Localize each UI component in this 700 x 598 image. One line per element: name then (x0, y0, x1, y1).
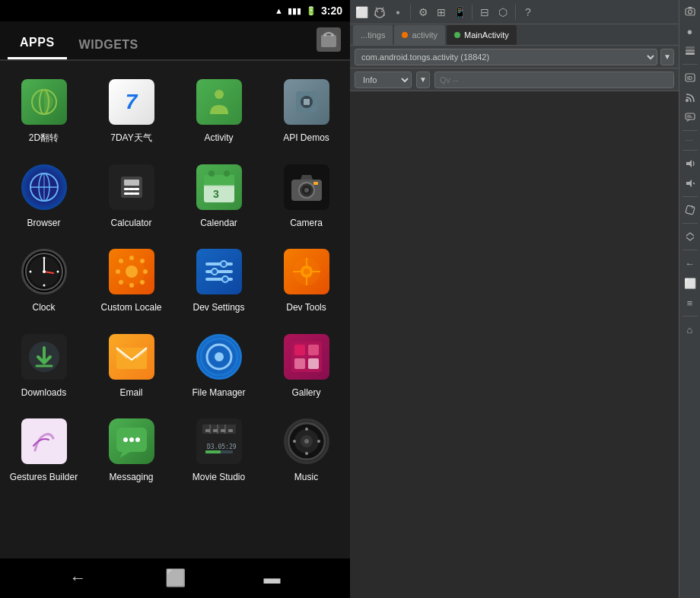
sidebar-rotate-icon[interactable] (682, 202, 698, 218)
sidebar-volume-down-icon[interactable] (682, 175, 698, 192)
app-clock-icon (20, 247, 68, 296)
sidebar-rss-icon[interactable] (682, 89, 698, 106)
app-camera-icon (282, 163, 331, 212)
sidebar-chat-icon[interactable] (682, 109, 698, 126)
app-gestures-builder[interactable]: Gestures Builder (0, 408, 88, 493)
toolbar-separator-1 (410, 5, 411, 20)
app-dev-settings[interactable]: Dev Settings (175, 238, 262, 323)
app-calendar[interactable]: 3 Calendar (175, 154, 262, 239)
app-calculator[interactable]: Calculator (88, 154, 175, 239)
app-2d-label: 2D翻转 (29, 132, 59, 145)
svg-point-2 (323, 33, 326, 37)
log-search-input[interactable] (434, 72, 674, 88)
widgets-tab[interactable]: WIDGETS (67, 30, 151, 59)
sidebar-list-icon[interactable]: ≡ (682, 294, 698, 311)
activity-tab-dot (402, 32, 408, 38)
log-level-dropdown-btn[interactable]: ▼ (416, 72, 430, 88)
svg-point-73 (215, 352, 224, 361)
app-email-label: Email (119, 387, 142, 399)
sidebar-square-icon[interactable]: ⬜ (682, 275, 698, 291)
toolbar-icon-phone[interactable]: 📱 (451, 4, 468, 21)
app-row-3: Downloads Email (0, 323, 350, 409)
device-dropdown-btn[interactable]: ▼ (660, 49, 674, 65)
sidebar-camera-icon[interactable] (682, 3, 698, 20)
sidebar-layers-icon[interactable] (682, 43, 698, 59)
recents-button[interactable]: ▬ (264, 568, 281, 588)
app-custom-locale[interactable]: Custom Locale (88, 238, 175, 323)
toolbar-icon-android2[interactable]: ⬡ (495, 4, 511, 21)
app-2d[interactable]: 2D翻转 (0, 68, 88, 154)
toolbar-icon-gear[interactable]: ⚙ (415, 4, 431, 21)
sidebar-expand-icon[interactable] (682, 228, 698, 245)
app-email[interactable]: Email (88, 323, 175, 409)
sidebar-volume-up-icon[interactable] (682, 155, 698, 172)
toolbar-icon-grid[interactable]: ⊞ (433, 4, 450, 21)
sidebar-back-icon[interactable]: ← (682, 255, 698, 272)
app-7day-icon: 7 (107, 78, 156, 126)
app-dev-tools[interactable]: Dev Tools (262, 238, 350, 323)
svg-point-59 (222, 276, 228, 282)
svg-point-57 (221, 261, 227, 267)
svg-point-100 (304, 439, 309, 444)
app-clock[interactable]: Clock (0, 238, 88, 323)
app-7day[interactable]: 7 7DAY天气 (88, 68, 175, 154)
market-icon[interactable] (315, 26, 342, 53)
app-downloads[interactable]: Downloads (0, 323, 88, 409)
log-content-area (350, 91, 679, 598)
sidebar-sep-3 (682, 150, 698, 151)
app-messaging[interactable]: Messaging (88, 408, 175, 493)
ide-tab-settings[interactable]: ...tings (353, 25, 393, 45)
app-gallery[interactable]: Gallery (262, 323, 350, 409)
app-tab-bar: APPS WIDGETS (0, 21, 350, 61)
svg-point-101 (305, 428, 308, 431)
back-button[interactable]: ← (70, 568, 87, 588)
toolbar-icon-1[interactable]: ⬜ (353, 4, 370, 21)
device-selector[interactable]: com.android.tongs.activity (18842) (355, 49, 657, 65)
svg-point-48 (143, 269, 148, 274)
home-button[interactable]: ⬜ (165, 568, 186, 588)
sidebar-home-icon[interactable]: ⌂ (682, 321, 698, 338)
svg-rect-53 (205, 262, 233, 266)
svg-marker-81 (119, 452, 130, 458)
apps-tab[interactable]: APPS (8, 28, 67, 59)
app-file-manager[interactable]: File Manager (175, 323, 262, 409)
svg-marker-124 (686, 160, 692, 167)
app-music[interactable]: Music (262, 408, 350, 493)
sidebar-id-icon[interactable]: ID (682, 69, 698, 86)
svg-rect-19 (124, 192, 129, 195)
app-activity[interactable]: Activity (175, 68, 262, 154)
svg-point-51 (140, 259, 145, 263)
svg-point-58 (212, 269, 218, 275)
ide-panel: ⬜ ▪ ⚙ ⊞ 📱 ⊟ ⬡ ? ...tings activity (350, 0, 700, 598)
toolbar-separator-3 (515, 5, 516, 20)
svg-rect-16 (124, 188, 129, 190)
toolbar-icon-grid2[interactable]: ⊟ (476, 4, 493, 21)
app-movie-studio[interactable]: D3.05:29 Movie Studio (175, 408, 262, 493)
ide-tab-activity[interactable]: activity (394, 25, 445, 45)
svg-rect-90 (205, 429, 210, 432)
app-row-4: Gestures Builder Messaging (0, 408, 350, 493)
svg-point-26 (224, 170, 230, 177)
log-level-select[interactable]: Info Verbose Debug Warn Error (355, 72, 412, 88)
app-row-2: Clock (0, 238, 350, 323)
sidebar-circle-icon[interactable]: ● (682, 23, 698, 40)
app-camera[interactable]: Camera (262, 154, 350, 239)
wifi-icon: ▲ (275, 6, 283, 15)
toolbar-icon-question[interactable]: ? (520, 4, 536, 21)
svg-text:D3.05:29: D3.05:29 (207, 444, 237, 450)
svg-point-49 (119, 259, 123, 263)
app-gallery-icon (282, 332, 331, 381)
svg-point-38 (43, 270, 46, 273)
app-api-demos[interactable]: API Demos (262, 68, 350, 154)
sidebar-sep-6 (682, 250, 698, 250)
svg-rect-9 (304, 99, 310, 105)
svg-point-40 (43, 285, 45, 287)
toolbar-icon-android[interactable] (371, 4, 388, 21)
app-browser-label: Browser (27, 218, 60, 230)
app-browser[interactable]: Browser (0, 154, 88, 239)
app-messaging-label: Messaging (109, 472, 153, 484)
app-activity-label: Activity (204, 132, 233, 145)
toolbar-icon-square2[interactable]: ▪ (390, 4, 406, 21)
ide-tab-main-activity[interactable]: MainActivity (447, 25, 517, 45)
app-activity-icon (195, 78, 243, 126)
